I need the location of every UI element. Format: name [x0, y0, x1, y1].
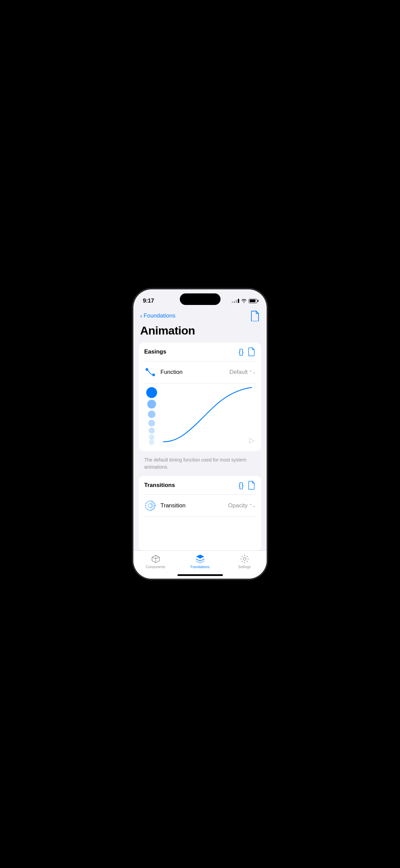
- function-chevron-icon: ⌃⌄: [249, 370, 256, 375]
- nav-header: ‹ Foundations: [133, 308, 267, 323]
- tab-components[interactable]: Components: [142, 554, 169, 569]
- svg-point-3: [147, 400, 156, 409]
- content-area: Easings {}: [133, 343, 267, 579]
- easings-header-icons: {}: [239, 347, 256, 356]
- transitions-card-header: Transitions {}: [139, 476, 261, 494]
- svg-rect-9: [160, 386, 255, 446]
- transition-value[interactable]: Opacity ⌃⌄: [228, 502, 256, 509]
- svg-point-6: [149, 428, 155, 434]
- svg-point-2: [146, 387, 157, 398]
- transition-row-left: Transition: [144, 500, 186, 512]
- status-icons: [232, 299, 257, 303]
- curve-icon: [144, 366, 156, 378]
- transitions-empty-area: [139, 517, 261, 550]
- function-row-left: Function: [144, 366, 183, 378]
- header-doc-icon[interactable]: [250, 310, 260, 321]
- function-value-text: Default: [229, 369, 248, 376]
- easings-title: Easings: [144, 348, 166, 355]
- home-indicator: [177, 574, 223, 576]
- dynamic-island: [180, 293, 221, 305]
- transition-chevron-icon: ⌃⌄: [249, 503, 256, 508]
- tab-foundations[interactable]: Foundations: [187, 554, 214, 569]
- play-button[interactable]: ▷: [249, 436, 254, 444]
- battery-icon: [249, 299, 257, 303]
- foundations-tab-icon: [195, 554, 205, 564]
- transition-row[interactable]: Transition Opacity ⌃⌄: [139, 495, 261, 517]
- back-chevron-icon: ‹: [140, 312, 142, 320]
- transitions-card: Transitions {}: [139, 476, 261, 550]
- easings-card: Easings {}: [139, 343, 261, 451]
- svg-point-5: [148, 420, 155, 427]
- function-row[interactable]: Function Default ⌃⌄: [139, 361, 261, 383]
- page-title: Animation: [133, 323, 267, 343]
- tab-foundations-label: Foundations: [190, 565, 209, 569]
- animation-dots: [144, 387, 159, 447]
- easings-braces-icon[interactable]: {}: [239, 347, 244, 356]
- easings-description: The default timing function used for mos…: [139, 454, 261, 476]
- transition-value-text: Opacity: [228, 502, 248, 509]
- transition-label: Transition: [160, 502, 186, 509]
- wifi-icon: [241, 299, 247, 303]
- easings-doc-icon[interactable]: [248, 347, 256, 356]
- signal-icon: [232, 299, 239, 303]
- function-value[interactable]: Default ⌃⌄: [229, 369, 256, 376]
- tab-components-label: Components: [146, 565, 166, 569]
- transitions-header-icons: {}: [239, 481, 256, 490]
- easings-card-header: Easings {}: [139, 343, 261, 361]
- bezier-chart: ▷: [139, 383, 261, 451]
- components-tab-icon: [151, 554, 160, 564]
- settings-tab-icon: [240, 554, 249, 564]
- bezier-curve-svg: [159, 386, 256, 446]
- transition-icon: [144, 500, 156, 512]
- transitions-doc-icon[interactable]: [248, 481, 256, 490]
- back-label: Foundations: [144, 312, 175, 319]
- svg-point-7: [149, 434, 154, 440]
- status-bar: 9:17: [133, 289, 267, 308]
- status-time: 9:17: [143, 297, 154, 304]
- transitions-title: Transitions: [144, 482, 175, 489]
- svg-point-4: [148, 411, 155, 418]
- back-button[interactable]: ‹ Foundations: [140, 312, 175, 320]
- svg-point-8: [149, 439, 154, 445]
- svg-point-12: [243, 558, 246, 560]
- transitions-braces-icon[interactable]: {}: [239, 481, 244, 490]
- phone-frame: 9:17 ‹ Foundations: [133, 289, 267, 579]
- function-label: Function: [160, 369, 183, 376]
- tab-settings-label: Settings: [238, 565, 251, 569]
- tab-settings[interactable]: Settings: [231, 554, 258, 569]
